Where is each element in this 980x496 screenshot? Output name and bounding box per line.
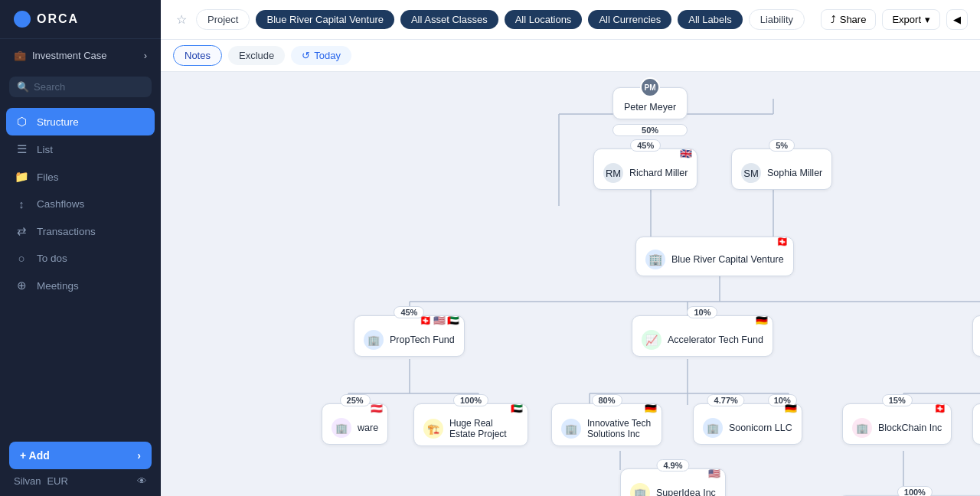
sophia-miller-icon: SM — [741, 163, 761, 183]
richard-miller-node[interactable]: 45% RM Richard Miller 🇬🇧 — [593, 148, 697, 190]
richard-miller-icon: RM — [603, 163, 623, 183]
huge-real-estate-flags: 🇦🇪 — [511, 403, 523, 414]
soonicorn-name: Soonicorn LLC — [729, 423, 792, 433]
sidebar-item-label: Meetings — [37, 280, 79, 292]
accelerator-node[interactable]: 10% 📈 Accelerator Tech Fund 🇩🇪 — [632, 315, 773, 357]
superidea-pct: 4.9% — [656, 459, 689, 472]
ae-flag2: 🇦🇪 — [511, 403, 523, 414]
innovative-tech-node[interactable]: 80% 🏢 Innovative Tech Solutions Inc 🇩🇪 — [551, 403, 662, 446]
subbar: Notes Exclude ↺ Today — [161, 40, 980, 72]
logo-area: ORCA — [0, 0, 161, 39]
asset-class-filter-button[interactable]: All Asset Classes — [400, 10, 498, 29]
richard-miller-name: Richard Miller — [629, 168, 688, 178]
chevron-down-icon: › — [144, 50, 147, 61]
blockchain-inc-pct: 15% — [882, 394, 913, 406]
soonicorn-icon: 🏢 — [703, 418, 723, 438]
blue-river-node[interactable]: 🏢 Blue River Capital Venture 🇨🇭 — [635, 237, 794, 276]
collapse-button[interactable]: ◀ — [946, 9, 968, 30]
today-icon: ↺ — [302, 50, 310, 61]
sidebar-item-list[interactable]: ☰ List — [0, 135, 161, 163]
files-icon: 📁 — [14, 170, 29, 184]
share-button[interactable]: ⤴ Share — [821, 9, 877, 30]
sidebar-item-structure[interactable]: ⬡ Structure — [6, 108, 155, 135]
soonicorn-pct: 4.77% — [707, 394, 745, 406]
topbar: ☆ Project Blue River Capital Venture All… — [161, 0, 980, 40]
sidebar-item-todos[interactable]: ○ To dos — [0, 245, 161, 272]
sidebar-item-transactions[interactable]: ⇄ Transactions — [0, 217, 161, 245]
investment-case-header[interactable]: 💼 Investment Case › — [14, 45, 147, 66]
soonicorn-node[interactable]: 4.77% 10% 🏢 Soonicorn LLC 🇩🇪 — [693, 403, 802, 445]
export-chevron-icon: ▾ — [925, 14, 930, 25]
de-flag2: 🇩🇪 — [645, 403, 657, 414]
peter-meyer-node[interactable]: PM Peter Meyer 50% — [612, 87, 688, 132]
peter-meyer-name: Peter Meyer — [624, 102, 676, 113]
exclude-button[interactable]: Exclude — [228, 46, 285, 65]
huge-real-estate-node[interactable]: 100% 🏗️ Huge Real Estate Project 🇦🇪 — [413, 403, 528, 446]
logo-circle — [14, 11, 31, 28]
ware-node[interactable]: 25% 🏢 ware 🇦🇹 — [322, 403, 388, 445]
project-filter-button[interactable]: Project — [196, 9, 250, 30]
sidebar-item-label: Transactions — [37, 226, 96, 237]
blue-river-flags: 🇨🇭 — [776, 236, 789, 247]
search-box[interactable]: 🔍 — [9, 77, 152, 97]
superidea-node[interactable]: 4.9% 🏢 SuperIdea Inc 🇺🇸 — [620, 468, 726, 496]
innovative-tech-name: Innovative Tech Solutions Inc — [587, 418, 652, 439]
superidea-flags: 🇺🇸 — [708, 468, 720, 479]
labels-filter-button[interactable]: All Labels — [678, 10, 742, 29]
innovative-tech-pct: 80% — [591, 394, 622, 406]
ch-flag3: 🇨🇭 — [934, 403, 946, 414]
today-label: Today — [314, 50, 341, 61]
sidebar-item-cashflows[interactable]: ↕ Cashflows — [0, 191, 161, 217]
sidebar-item-meetings[interactable]: ⊕ Meetings — [0, 272, 161, 299]
org-chart-canvas[interactable]: PM Peter Meyer 50% 45% RM Richard Miller… — [161, 72, 980, 496]
notes-button[interactable]: Notes — [173, 45, 222, 66]
locations-filter-button[interactable]: All Locations — [505, 10, 583, 29]
nav-section: ⬡ Structure ☰ List 📁 Files ↕ Cashflows ⇄… — [0, 102, 161, 305]
ch-flag: 🇨🇭 — [776, 236, 789, 247]
ch-flag2: 🇨🇭 — [420, 315, 432, 326]
search-input[interactable] — [34, 81, 144, 93]
blockchain-inc-name: BlockChain Inc — [878, 423, 942, 433]
defi-node[interactable]: 32% 🏢 DeFi 2.0 Inc 🇨🇭 — [972, 403, 980, 445]
labels-filter-label: All Labels — [688, 14, 731, 25]
liability-filter-label: Liability — [760, 14, 793, 25]
topbar-right: ⤴ Share Export ▾ ◀ — [821, 9, 968, 30]
today-button[interactable]: ↺ Today — [291, 46, 351, 65]
blockchain-inc-flags: 🇨🇭 — [934, 403, 946, 414]
blue-river-filter-button[interactable]: Blue River Capital Venture — [256, 10, 394, 29]
blue-river-icon: 🏢 — [645, 250, 665, 269]
add-button-label: + Add — [20, 449, 50, 462]
export-button[interactable]: Export ▾ — [882, 9, 940, 30]
blockchain-inc-node[interactable]: 15% 🏢 BlockChain Inc 🇨🇭 — [842, 403, 952, 445]
investment-case-label: 💼 Investment Case — [14, 50, 107, 61]
eye-icon[interactable]: 👁 — [137, 475, 147, 487]
peter-meyer-card: PM Peter Meyer — [612, 87, 688, 119]
star-icon[interactable]: ☆ — [173, 9, 190, 30]
add-chevron-icon: › — [137, 449, 141, 462]
structure-icon: ⬡ — [14, 115, 29, 129]
sidebar-item-label: Structure — [37, 116, 79, 128]
blockchain-inc-icon: 🏢 — [852, 418, 872, 438]
add-button[interactable]: + Add › — [9, 442, 152, 469]
sidebar-item-label: Files — [37, 171, 59, 183]
liability-filter-button[interactable]: Liability — [749, 9, 805, 30]
blue-river-name: Blue River Capital Venture — [671, 254, 784, 265]
export-label: Export — [892, 14, 921, 25]
currencies-filter-button[interactable]: All Currencies — [588, 10, 671, 29]
fintech-node[interactable]: 80% 📈 Fintech Fund 🇳🇱 — [972, 315, 980, 357]
sophia-miller-node[interactable]: 5% SM Sophia Miller — [731, 148, 832, 190]
sidebar-item-files[interactable]: 📁 Files — [0, 163, 161, 191]
innovative-tech-flags: 🇩🇪 — [645, 403, 657, 414]
huge-real-estate-name: Huge Real Estate Project — [449, 418, 518, 439]
proptech-icon: 🏢 — [364, 330, 384, 350]
main-area: ☆ Project Blue River Capital Venture All… — [161, 0, 980, 496]
sidebar-item-label: To dos — [37, 253, 67, 264]
accelerator-flags: 🇩🇪 — [756, 315, 768, 326]
sidebar-item-label: List — [37, 144, 53, 155]
sidebar-bottom: + Add › Silvan EUR 👁 — [0, 432, 161, 496]
investment-case-section: 💼 Investment Case › — [0, 39, 161, 72]
superidea-icon: 🏢 — [630, 483, 650, 496]
huge-real-estate-pct: 100% — [453, 394, 488, 406]
proptech-node[interactable]: 45% 🏢 PropTech Fund 🇨🇭 🇺🇸 🇦🇪 — [354, 315, 465, 357]
uk-flag: 🇬🇧 — [680, 148, 692, 159]
